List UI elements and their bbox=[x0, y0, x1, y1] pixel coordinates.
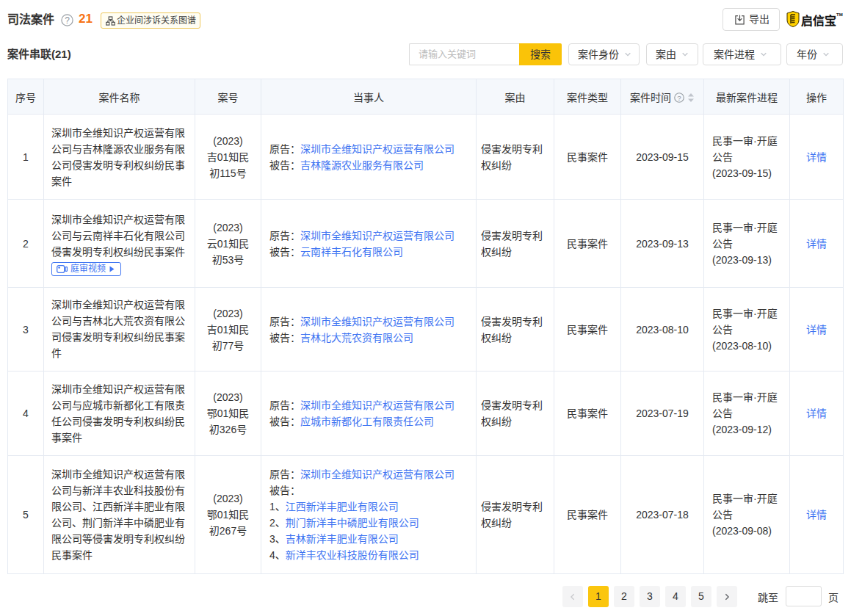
svg-text:?: ? bbox=[65, 15, 70, 26]
svg-text:?: ? bbox=[677, 94, 681, 102]
